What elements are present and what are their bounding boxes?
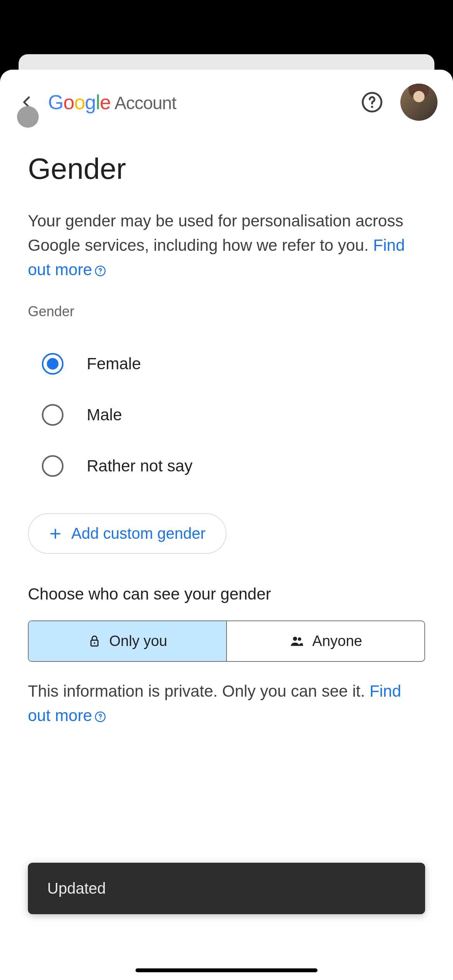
- page-title: Gender: [28, 152, 425, 185]
- help-small-icon: [94, 711, 106, 723]
- svg-point-3: [100, 272, 101, 274]
- description-text: Your gender may be used for personalisat…: [28, 212, 403, 254]
- page-content: Gender Your gender may be used for perso…: [0, 128, 453, 751]
- help-small-icon: [94, 265, 106, 277]
- visibility-heading: Choose who can see your gender: [28, 585, 425, 603]
- gender-radio-group: Female Male Rather not say: [28, 338, 425, 492]
- back-button[interactable]: [15, 91, 39, 114]
- background-sheet-peek: [19, 54, 434, 70]
- radio-option-female[interactable]: Female: [28, 338, 425, 389]
- segment-only-you-label: Only you: [109, 633, 167, 649]
- radio-icon: [42, 353, 63, 375]
- account-logo-text: Account: [115, 93, 176, 113]
- segment-anyone-label: Anyone: [312, 633, 362, 649]
- add-custom-gender-label: Add custom gender: [71, 525, 206, 542]
- home-indicator[interactable]: [136, 968, 317, 972]
- google-account-logo: Google Account: [48, 91, 176, 114]
- gender-description: Your gender may be used for personalisat…: [28, 209, 425, 282]
- add-custom-gender-button[interactable]: Add custom gender: [28, 513, 226, 554]
- svg-point-1: [371, 106, 373, 108]
- radio-label: Rather not say: [87, 457, 192, 475]
- privacy-description: This information is private. Only you ca…: [28, 679, 425, 728]
- radio-option-rather-not-say[interactable]: Rather not say: [28, 440, 425, 492]
- segment-only-you[interactable]: Only you: [29, 621, 226, 661]
- radio-option-male[interactable]: Male: [28, 389, 425, 440]
- toast-message: Updated: [47, 880, 106, 897]
- app-header: Google Account: [0, 70, 453, 128]
- toast-notification: Updated: [28, 863, 425, 914]
- segment-anyone[interactable]: Anyone: [227, 621, 424, 661]
- svg-point-5: [94, 642, 95, 644]
- touch-ripple: [17, 106, 39, 128]
- svg-point-6: [293, 637, 297, 641]
- people-icon: [289, 634, 305, 649]
- lock-icon: [88, 634, 101, 648]
- radio-icon: [42, 455, 63, 477]
- visibility-segment-group: Only you Anyone: [28, 620, 425, 662]
- help-icon: [361, 91, 383, 113]
- plus-icon: [49, 527, 62, 540]
- svg-point-9: [100, 718, 101, 720]
- privacy-text: This information is private. Only you ca…: [28, 682, 369, 700]
- status-bar-area: [0, 0, 453, 54]
- radio-icon: [42, 404, 63, 426]
- help-button[interactable]: [361, 91, 383, 113]
- svg-point-7: [298, 637, 301, 641]
- avatar[interactable]: [400, 84, 438, 121]
- main-sheet: Google Account Gender Your gender may be…: [0, 70, 453, 980]
- gender-section-label: Gender: [28, 303, 425, 320]
- radio-label: Male: [87, 406, 122, 424]
- radio-label: Female: [87, 355, 141, 373]
